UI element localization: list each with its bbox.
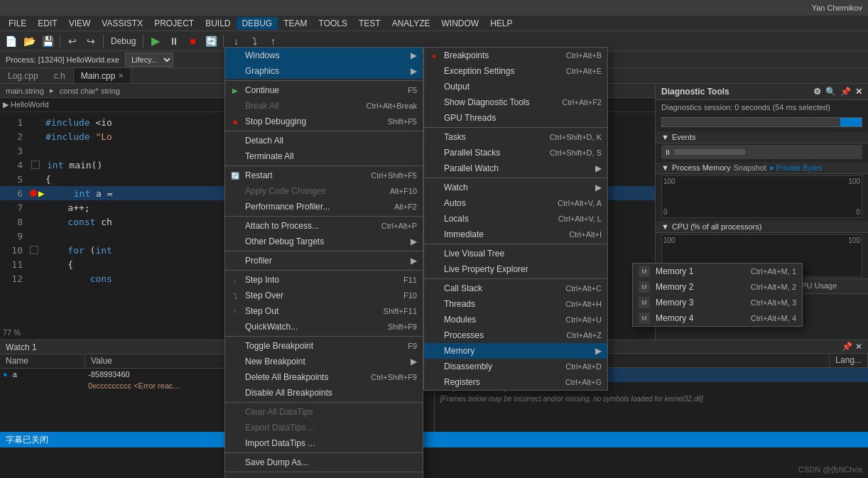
win-parallel-watch[interactable]: Parallel Watch ▶: [424, 161, 607, 176]
debug-profiler[interactable]: Profiler ▶: [225, 253, 423, 268]
threads-label: Threads: [444, 299, 475, 309]
debug-step-out[interactable]: ↑ Step Out Shift+F11: [225, 303, 423, 319]
tab-log[interactable]: Log.cpp: [0, 67, 46, 83]
win-output[interactable]: Output: [424, 79, 607, 94]
memory-2[interactable]: M Memory 2 Ctrl+Alt+M, 2: [633, 279, 802, 295]
new-bp-arrow: ▶: [411, 357, 417, 366]
menu-help[interactable]: HELP: [484, 17, 518, 30]
exc-settings-label: Exception Settings: [444, 66, 514, 76]
win-registers[interactable]: Registers Ctrl+Alt+G: [424, 374, 607, 390]
win-breakpoints[interactable]: ● Breakpoints Ctrl+Alt+B: [424, 48, 607, 63]
windows-icon: [229, 50, 241, 61]
callstack-close-icon[interactable]: ✕: [855, 342, 862, 352]
debug-disable-all-bp[interactable]: Disable All Breakpoints: [225, 385, 423, 401]
menu-team[interactable]: TEAM: [278, 17, 313, 30]
tab-main-close[interactable]: ✕: [118, 72, 124, 80]
win-show-diag-tools[interactable]: Show Diagnostic Tools Ctrl+Alt+F2: [424, 94, 607, 110]
win-disassembly[interactable]: Disassembly Ctrl+Alt+D: [424, 359, 607, 374]
new-bp-icon: [229, 356, 241, 367]
diag-title-label: Diagnostic Tools: [661, 87, 729, 97]
diag-pin-icon[interactable]: 📌: [840, 87, 851, 97]
diag-search-icon[interactable]: 🔍: [825, 87, 836, 97]
toolbar-open[interactable]: 📂: [21, 33, 37, 49]
debug-stop[interactable]: ■ Stop Debugging Shift+F5: [225, 114, 423, 129]
debug-other-targets[interactable]: Other Debug Targets ▶: [225, 234, 423, 249]
immediate-label: Immediate: [444, 229, 484, 239]
win-call-stack[interactable]: Call Stack Ctrl+Alt+C: [424, 281, 607, 296]
win-parallel-stacks[interactable]: Parallel Stacks Ctrl+Shift+D, S: [424, 145, 607, 161]
debug-step-over[interactable]: ⤵ Step Over F10: [225, 288, 423, 303]
debug-quickwatch[interactable]: QuickWatch... Shift+F9: [225, 319, 423, 335]
toolbar-save[interactable]: 💾: [40, 33, 55, 49]
immediate-icon: [428, 229, 440, 240]
debug-options[interactable]: ⚙ Options...: [225, 474, 423, 478]
debug-export-datatips: Export DataTips ...: [225, 420, 423, 435]
toolbar-play[interactable]: ▶: [148, 33, 163, 49]
tab-h[interactable]: c.h: [46, 67, 73, 83]
win-processes[interactable]: Processes Ctrl+Alt+Z: [424, 327, 607, 343]
toggle-bp-icon: [229, 340, 241, 352]
cpu-max-right: 100: [848, 237, 860, 244]
import-datatips-label: Import DataTips ...: [245, 438, 315, 448]
win-threads[interactable]: Threads Ctrl+Alt+H: [424, 296, 607, 312]
detach-label: Detach All: [245, 136, 283, 146]
debug-toggle-bp[interactable]: Toggle Breakpoint F9: [225, 338, 423, 354]
menu-test[interactable]: TEST: [353, 17, 386, 30]
sep10: [225, 472, 423, 472]
debug-step-into[interactable]: ↓ Step Into F11: [225, 272, 423, 288]
save-dump-icon: [229, 457, 241, 468]
tab-main[interactable]: Main.cpp ✕: [73, 67, 132, 83]
win-modules[interactable]: Modules Ctrl+Alt+U: [424, 312, 607, 327]
diag-close-icon[interactable]: ✕: [855, 87, 862, 97]
win-tasks[interactable]: Tasks Ctrl+Shift+D, K: [424, 129, 607, 145]
menu-edit[interactable]: EDIT: [32, 17, 63, 30]
win-gpu-threads[interactable]: GPU Threads: [424, 110, 607, 126]
toolbar-pause[interactable]: ⏸: [166, 33, 182, 49]
menu-window[interactable]: WINDOW: [435, 17, 484, 30]
debug-menu-windows[interactable]: Windows ▶: [225, 48, 423, 63]
toolbar-redo[interactable]: ↪: [83, 33, 99, 49]
win-watch[interactable]: Watch ▶: [424, 180, 607, 195]
menu-analyze[interactable]: ANALYZE: [386, 17, 436, 30]
memory-1[interactable]: M Memory 1 Ctrl+Alt+M, 1: [633, 264, 802, 279]
toolbar-stop[interactable]: ■: [185, 33, 200, 49]
debug-attach[interactable]: Attach to Process... Ctrl+Alt+P: [225, 218, 423, 234]
debug-terminate-all[interactable]: Terminate All: [225, 148, 423, 164]
toolbar-new[interactable]: 📄: [3, 33, 18, 49]
debug-import-datatips[interactable]: Import DataTips ...: [225, 435, 423, 451]
debug-restart[interactable]: 🔄 Restart Ctrl+Shift+F5: [225, 168, 423, 183]
win-immediate[interactable]: Immediate Ctrl+Alt+I: [424, 227, 607, 242]
win-locals[interactable]: Locals Ctrl+Alt+V, L: [424, 211, 607, 227]
menu-project[interactable]: PROJECT: [148, 17, 200, 30]
debug-continue[interactable]: ▶ Continue F5: [225, 82, 423, 98]
memory-submenu: M Memory 1 Ctrl+Alt+M, 1 M Memory 2 Ctrl…: [632, 263, 803, 327]
diag-gear-icon[interactable]: ⚙: [813, 87, 821, 97]
toolbar-restart[interactable]: 🔄: [203, 33, 219, 49]
lifecycle-select[interactable]: Lifecy...: [125, 53, 173, 67]
debug-menu-graphics[interactable]: Graphics ▶: [225, 63, 423, 79]
win-live-prop-explorer[interactable]: Live Property Explorer: [424, 261, 607, 277]
debug-delete-all-bp[interactable]: Delete All Breakpoints Ctrl+Shift+F9: [225, 369, 423, 385]
menu-tools[interactable]: TOOLS: [313, 17, 353, 30]
menu-build[interactable]: BUILD: [200, 17, 236, 30]
win-autos[interactable]: Autos Ctrl+Alt+V, A: [424, 195, 607, 211]
win-exception-settings[interactable]: Exception Settings Ctrl+Alt+E: [424, 63, 607, 79]
memory-3[interactable]: M Memory 3 Ctrl+Alt+M, 3: [633, 295, 802, 310]
debug-perf-profiler[interactable]: Performance Profiler... Alt+F2: [225, 199, 423, 214]
menu-view[interactable]: VIEW: [63, 17, 97, 30]
menu-debug[interactable]: DEBUG: [237, 17, 278, 30]
menu-file[interactable]: FILE: [3, 17, 32, 30]
toolbar-undo[interactable]: ↩: [65, 33, 80, 49]
memory-4[interactable]: M Memory 4 Ctrl+Alt+M, 4: [633, 310, 802, 326]
debug-save-dump[interactable]: Save Dump As...: [225, 455, 423, 470]
win-memory[interactable]: Memory ▶: [424, 343, 607, 359]
break-all-icon: [229, 100, 241, 112]
debug-new-bp[interactable]: New Breakpoint ▶: [225, 354, 423, 369]
live-prop-icon: [428, 264, 440, 275]
graphics-arrow: ▶: [411, 66, 417, 76]
win-live-visual-tree[interactable]: Live Visual Tree: [424, 246, 607, 261]
callstack-pin-icon[interactable]: 📌: [842, 342, 852, 352]
menu-vassistx[interactable]: VASSISTX: [96, 17, 148, 30]
tab-h-label: c.h: [54, 71, 65, 81]
debug-detach-all[interactable]: Detach All: [225, 133, 423, 148]
